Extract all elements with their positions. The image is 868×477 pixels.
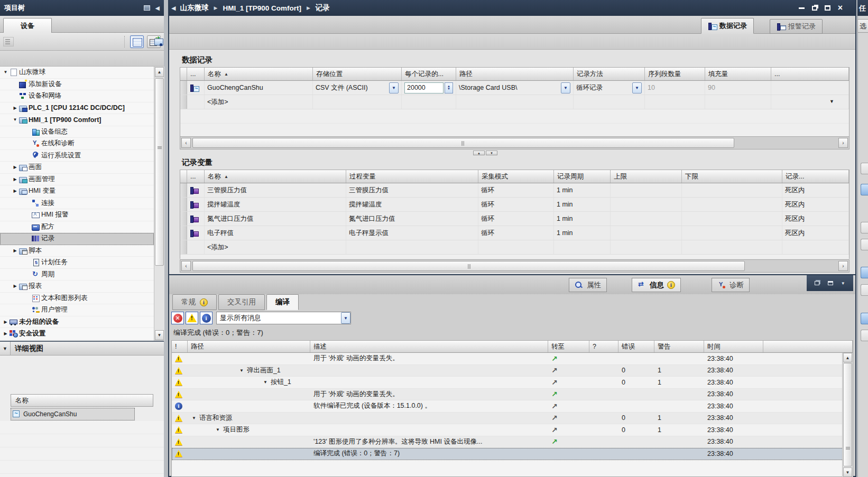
tree-item-screen-mgmt[interactable]: ▶画面管理 [0,174,154,186]
task-button[interactable] [861,222,868,233]
goto-icon[interactable] [551,390,558,398]
collapse-icon[interactable]: ▼ [263,380,267,385]
detail-view-column-header[interactable]: 名称 [11,394,153,407]
message-row[interactable]: 用于 '外观' 动画的变量丢失。 23:38:40 [172,353,853,365]
tree-scrollbar-thumb[interactable] [155,78,164,266]
storage-dropdown[interactable]: CSV 文件 (ASCII)▼ [313,81,402,95]
goto-icon[interactable] [551,366,558,375]
scroll-up-icon[interactable]: ▲ [843,353,852,362]
tree-item-ungrouped-devices[interactable]: ▶未分组的设备 [0,316,154,329]
table-view-button[interactable] [130,35,144,48]
scrollbar-thumb[interactable] [843,363,852,466]
tree-item-device-config[interactable]: 设备组态 [0,126,154,138]
restore-icon[interactable] [812,6,817,11]
collapse-section-icon[interactable]: ▼ [829,99,834,104]
scroll-left-icon[interactable]: ‹ [181,261,191,271]
scroll-right-icon[interactable]: › [838,138,848,148]
message-row[interactable]: ▼语言和资源 01 23:38:40 [172,413,853,425]
tab-info[interactable]: 信息 i [632,278,681,292]
tree-item-reports[interactable]: ▶报表 [0,280,154,293]
message-table-header[interactable]: ! 路径 描述 转至 ? 错误 警告 时间 [172,341,853,353]
tree-item-text-lists[interactable]: 文本和图形列表 [0,293,154,305]
breadcrumb-device[interactable]: HMI_1 [TP900 Comfort] [223,4,301,12]
scroll-up-icon[interactable]: ▲ [155,67,164,77]
message-row-selected[interactable]: 编译完成 (错误：0；警告：7) 23:38:40 [172,448,853,460]
message-row[interactable]: ▼项目图形 01 23:38:40 [172,424,853,436]
float-panel-icon[interactable] [144,5,150,11]
data-log-table-header[interactable]: ... 名称▲ 存储位置 每个记录的... 路径 记录方法 序列段数量 填充量 … [180,68,849,81]
task-card-tab[interactable]: 选 [857,19,868,33]
tree-item-plc1[interactable]: ▶PLC_1 [CPU 1214C DC/DC/DC] [0,102,154,115]
log-tag-row[interactable]: 电子秤值电子秤显示值 循环1 min 死区内 [180,226,849,240]
goto-icon[interactable] [551,402,558,410]
data-log-hscrollbar[interactable]: ‹ › [180,136,849,149]
embed-window-icon[interactable] [828,281,833,285]
expand-icon[interactable]: ▶ [12,165,19,170]
tree-item-scheduled-tasks[interactable]: 计划任务 [0,257,154,269]
scrollbar-thumb[interactable] [192,138,734,148]
scroll-left-icon[interactable]: ‹ [181,138,191,148]
breadcrumb-project[interactable]: 山东微球 [180,3,208,13]
tree-item-security-settings[interactable]: ▶安全设置 [0,328,154,340]
path-dropdown[interactable]: \Storage Card USB\▼ [456,81,574,95]
scrollbar-thumb[interactable] [192,261,745,271]
data-log-row[interactable]: GuoChengCanShu CSV 文件 (ASCII)▼ 20000▲▼ \… [180,81,849,95]
collapse-icon[interactable]: ▼ [192,416,196,420]
tab-alarm-logs[interactable]: 报警记录 [770,19,823,34]
records-per-field[interactable]: 20000▲▼ [402,81,456,95]
expand-icon[interactable]: ▼ [12,117,19,122]
detail-view-row[interactable]: GuoChengCanShu [0,407,153,420]
close-icon[interactable]: × [838,5,843,11]
add-log-row[interactable]: <添加> [180,95,849,109]
float-window-icon[interactable] [815,281,819,285]
collapse-detail-view-icon[interactable]: ▼ [0,342,11,355]
task-button[interactable] [861,284,868,296]
maximize-icon[interactable] [825,5,830,11]
expand-icon[interactable]: ▶ [12,248,19,253]
scroll-right-icon[interactable]: › [838,261,848,271]
subtab-compile[interactable]: 编译 [266,294,299,310]
message-row[interactable]: i 软件编译已完成 (设备版本：15.1.0.0) 。 23:38:40 [172,400,853,413]
filter-errors-button[interactable]: ✕ [171,312,184,324]
tab-properties[interactable]: 属性 [569,278,607,292]
collapse-icon[interactable]: ▼ [216,427,220,432]
message-row[interactable]: ▼弹出画面_1 01 23:38:40 [172,365,853,377]
expand-icon[interactable]: ▶ [12,177,19,182]
message-row[interactable]: '123' 图形使用了多种分辨率。这将导致 HMI 设备出现像... 23:38… [172,436,853,448]
subtab-cross-references[interactable]: 交叉引用 [218,294,265,310]
method-dropdown[interactable]: 循环记录▼ [574,81,645,95]
tab-data-logs[interactable]: 数据记录 [701,18,754,34]
tree-item-hmi1[interactable]: ▼HMI_1 [TP900 Comfort] [0,114,154,126]
back-icon[interactable]: ◀ [171,5,176,12]
chevron-down-icon[interactable]: ▼ [341,312,350,324]
chevron-down-icon[interactable]: ▼ [389,82,399,93]
task-button[interactable] [861,163,868,174]
message-filter-dropdown[interactable]: 显示所有消息 ▼ [216,312,351,324]
runtime-preview-icon[interactable] [154,38,163,46]
spinner-icon[interactable]: ▲▼ [445,82,453,93]
task-button[interactable] [861,239,868,250]
tree-item-screens[interactable]: ▶画面 [0,162,154,174]
log-tag-row[interactable]: 三管膜压力值三管膜压力值 循环1 min 死区内 [180,183,849,198]
add-tag-row[interactable]: <添加> [180,240,849,255]
tree-item-hmi-alarms[interactable]: HMI 报警 [0,209,154,221]
expand-icon[interactable]: ▶ [12,189,19,193]
goto-icon[interactable] [551,426,558,434]
task-button[interactable] [861,313,868,324]
breadcrumb-editor[interactable]: 记录 [316,3,330,13]
expand-icon[interactable]: ▶ [2,331,9,336]
subtab-general[interactable]: 常规 i [172,294,217,310]
collapse-pane-icon[interactable]: ▼ [841,281,845,286]
goto-icon[interactable] [551,414,558,422]
task-button[interactable] [861,184,868,195]
tree-item-connections[interactable]: 连接 [0,198,154,210]
log-tags-table-header[interactable]: ... 名称▲ 过程变量 采集模式 记录周期 上限 下限 记录... [180,170,849,183]
chevron-down-icon[interactable]: ▼ [632,82,642,93]
tree-item-add-device[interactable]: 添加新设备 [0,79,154,91]
task-button[interactable] [861,267,868,278]
tree-item-cycles[interactable]: 周期 [0,269,154,281]
scroll-down-icon[interactable]: ▼ [843,467,852,477]
message-row[interactable]: ▼按钮_1 01 23:38:40 [172,377,853,389]
pane-splitter[interactable]: ▲▼ [473,151,497,155]
collapse-icon[interactable]: ▼ [239,368,244,373]
